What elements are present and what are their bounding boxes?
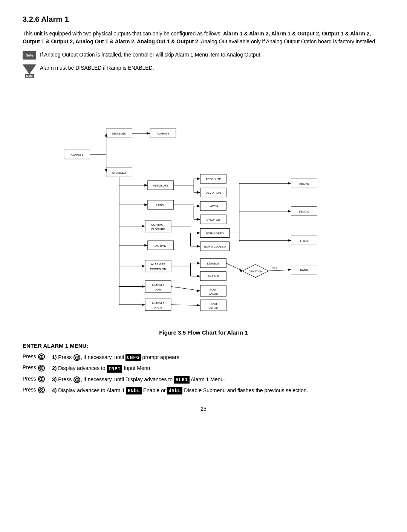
svg-text:HIGH: HIGH bbox=[155, 306, 162, 309]
svg-marker-96 bbox=[197, 232, 200, 234]
svg-text:BAND: BAND bbox=[300, 268, 308, 272]
svg-marker-76 bbox=[142, 265, 145, 268]
svg-text:HI/LO: HI/LO bbox=[300, 239, 308, 243]
svg-text:DEVIATION: DEVIATION bbox=[249, 270, 263, 273]
svg-marker-112 bbox=[288, 182, 291, 185]
svg-text:ALARM 2: ALARM 2 bbox=[157, 132, 169, 135]
press-row-4: Press ⨂ 4) Display advances to Alarm 1 E… bbox=[23, 387, 384, 394]
svg-text:BELOW: BELOW bbox=[299, 210, 310, 213]
up-btn-3b[interactable]: ⨁ bbox=[73, 376, 80, 383]
svg-marker-68 bbox=[144, 184, 148, 187]
svg-marker-118 bbox=[239, 268, 243, 272]
svg-text:VALUE: VALUE bbox=[208, 292, 218, 295]
svg-marker-106 bbox=[197, 289, 200, 292]
svg-text:LATCH: LATCH bbox=[208, 205, 218, 208]
press-label-4: Press ⨂ bbox=[23, 387, 49, 393]
press-label-3: Press ⨁ bbox=[23, 376, 49, 382]
svg-text:LOW: LOW bbox=[155, 288, 162, 291]
section-title: 3.2.6 Alarm 1 bbox=[23, 15, 384, 24]
svg-marker-116 bbox=[288, 239, 291, 242]
note-rect-icon: Note bbox=[23, 51, 36, 60]
svg-text:ABSOLUTE: ABSOLUTE bbox=[205, 177, 221, 181]
press-step-4: 4) Display advances to Alarm 1 ENbL Enab… bbox=[52, 387, 308, 394]
intro-paragraph: This unit is equipped with two physical … bbox=[23, 30, 384, 46]
note-triangle-icon: Note bbox=[23, 64, 36, 78]
enter-alarm-section: ENTER ALARM 1 MENU: Press ⨁ 1) Press ⨁, … bbox=[23, 342, 384, 394]
svg-text:DEVIATION: DEVIATION bbox=[205, 191, 221, 194]
svg-marker-80 bbox=[142, 303, 145, 306]
press-step-1: 1) Press ⨁, if necessary, until CNFG pro… bbox=[52, 353, 181, 361]
svg-marker-108 bbox=[197, 304, 200, 307]
svg-line-105 bbox=[171, 286, 200, 290]
up-btn-3[interactable]: ⨁ bbox=[38, 376, 45, 382]
svg-line-119 bbox=[268, 270, 291, 271]
svg-text:ENABLE: ENABLE bbox=[208, 275, 219, 278]
svg-marker-78 bbox=[142, 285, 145, 288]
svg-marker-65 bbox=[147, 132, 150, 135]
svg-text:ABSOLUTE: ABSOLUTE bbox=[153, 184, 168, 187]
svg-marker-74 bbox=[144, 244, 148, 247]
press-label-2: Press ⨂ bbox=[23, 364, 49, 371]
svg-marker-90 bbox=[197, 205, 200, 207]
svg-text:CLOSURE: CLOSURE bbox=[151, 228, 165, 231]
svg-line-107 bbox=[171, 305, 200, 306]
svg-marker-70 bbox=[144, 203, 148, 206]
svg-text:VALUE: VALUE bbox=[208, 307, 218, 310]
svg-marker-84 bbox=[197, 177, 200, 180]
svg-text:ALARM AT: ALARM AT bbox=[151, 263, 165, 266]
svg-text:DISABLE: DISABLE bbox=[207, 262, 219, 265]
svg-text:ABOVE: ABOVE bbox=[299, 182, 309, 185]
flow-chart: ALARM 1 DISABLED ALARM 2 ENABLED ABSOLUT… bbox=[34, 87, 373, 320]
svg-marker-72 bbox=[142, 225, 145, 228]
svg-text:ALARM 1: ALARM 1 bbox=[71, 153, 83, 156]
press-row-3: Press ⨁ 3) Press ⨁, if necessary, until … bbox=[23, 376, 384, 384]
figure-caption: Figure 3.5 Flow Chart for Alarm 1 bbox=[23, 329, 384, 336]
note-block-1: Note If Analog Output Option is installe… bbox=[23, 51, 384, 60]
svg-text:UNLATCH: UNLATCH bbox=[207, 218, 220, 222]
svg-marker-98 bbox=[197, 245, 200, 248]
svg-text:ENABLED: ENABLED bbox=[112, 171, 126, 174]
svg-marker-62 bbox=[105, 133, 107, 137]
svg-text:CONTACT: CONTACT bbox=[151, 223, 165, 226]
down-btn-2[interactable]: ⨂ bbox=[38, 365, 45, 371]
press-row-1: Press ⨁ 1) Press ⨁, if necessary, until … bbox=[23, 353, 384, 361]
svg-text:NORM CLOSED: NORM CLOSED bbox=[204, 245, 226, 248]
note-text-1: If Analog Output Option is installed, th… bbox=[40, 51, 262, 59]
press-label-1: Press ⨁ bbox=[23, 353, 49, 360]
svg-text:LOW: LOW bbox=[210, 288, 217, 291]
svg-text:ALARM 1: ALARM 1 bbox=[152, 301, 164, 305]
svg-text:NORM OPEN: NORM OPEN bbox=[206, 232, 224, 235]
svg-text:Yes: Yes bbox=[272, 266, 277, 270]
svg-marker-63 bbox=[105, 169, 107, 173]
up-btn-1b[interactable]: ⨁ bbox=[73, 354, 80, 361]
press-step-2: 2) Display advances to INPT Input Menu. bbox=[52, 364, 151, 372]
down-btn-4[interactable]: ⨂ bbox=[38, 387, 45, 393]
svg-text:HIGH: HIGH bbox=[210, 303, 217, 306]
svg-marker-114 bbox=[288, 210, 291, 212]
enter-alarm-title: ENTER ALARM 1 MENU: bbox=[23, 342, 384, 349]
press-step-3: 3) Press ⨁, if necessary, until Display … bbox=[52, 376, 225, 384]
svg-text:LATCH: LATCH bbox=[156, 203, 165, 207]
press-row-2: Press ⨂ 2) Display advances to INPT Inpu… bbox=[23, 364, 384, 372]
note-text-2: Alarm must be DISABLED if Ramp is ENABLE… bbox=[40, 64, 154, 72]
svg-text:ALARM 1: ALARM 1 bbox=[152, 283, 164, 287]
page-number: 25 bbox=[23, 406, 384, 412]
svg-marker-86 bbox=[197, 191, 200, 194]
svg-text:POWER ON: POWER ON bbox=[150, 268, 166, 271]
svg-text:ACTIVE: ACTIVE bbox=[155, 244, 166, 248]
svg-text:DISABLED: DISABLED bbox=[112, 132, 127, 135]
svg-marker-92 bbox=[197, 218, 200, 221]
svg-marker-102 bbox=[197, 262, 200, 264]
up-btn-1[interactable]: ⨁ bbox=[38, 353, 45, 360]
note-block-2: Note Alarm must be DISABLED if Ramp is E… bbox=[23, 64, 384, 78]
svg-marker-104 bbox=[197, 275, 200, 277]
svg-marker-120 bbox=[288, 268, 291, 271]
